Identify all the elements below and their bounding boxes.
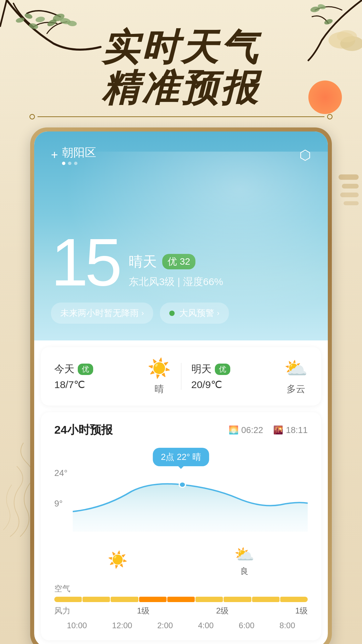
today-temp: 18/7℃	[54, 379, 147, 390]
svg-point-4	[35, 16, 45, 23]
tomorrow-forecast: 明天 优 20/9℃	[191, 362, 285, 390]
low-temp-label: 9°	[54, 498, 67, 509]
card-frame: + 朝阳区 ⬡	[30, 127, 332, 644]
sunrise-item: 🌅 06:22	[229, 425, 263, 435]
time-2: 12:00	[112, 621, 132, 630]
svg-point-5	[24, 12, 33, 19]
divider-circle-left	[29, 114, 35, 119]
hourly-icon-sunny: ☀️	[108, 550, 128, 571]
sunset-time: 18:11	[286, 425, 308, 435]
chart-tooltip: 2点 22° 晴	[153, 448, 209, 466]
aqi-badge: 优 32	[162, 254, 195, 269]
wind-alert-text: 大风预警	[179, 307, 214, 319]
tomorrow-desc: 多云	[287, 383, 305, 395]
sky-section: + 朝阳区 ⬡	[34, 131, 328, 340]
temperature-chart	[73, 465, 308, 532]
chart-area: 2点 22° 晴 24° 9°	[54, 448, 308, 535]
location-area: + 朝阳区	[51, 145, 96, 165]
cloudy-icon: ⛅	[234, 545, 254, 564]
svg-rect-17	[344, 201, 359, 205]
temperature-display: 15 晴天 优 32 东北风3级 | 湿度66%	[51, 232, 311, 292]
aqi-label: 空气	[54, 583, 70, 594]
time-3: 2:00	[157, 621, 173, 630]
background: 实时天气 精准预报	[0, 0, 362, 644]
dot-3	[74, 162, 77, 165]
tomorrow-label: 明天 优	[191, 362, 285, 376]
today-forecast: 今天 优 18/7℃	[54, 362, 147, 390]
wind-val-2: 2级	[216, 605, 229, 616]
sunny-icon: ☀️	[108, 550, 128, 569]
section-header: 24小时预报 🌅 06:22 🌇 18:11	[54, 422, 308, 438]
dot-1	[62, 162, 65, 165]
divider	[27, 114, 335, 119]
share-icon[interactable]: ⬡	[299, 147, 311, 163]
aqi-bar	[54, 597, 308, 602]
aqi-seg-5	[167, 597, 195, 602]
temp-labels: 24° 9°	[54, 468, 67, 509]
svg-rect-16	[340, 193, 359, 197]
wind-val-3: 1级	[295, 605, 308, 616]
page-dots	[62, 162, 96, 165]
add-location-icon[interactable]: +	[51, 148, 58, 162]
wind-alert-btn[interactable]: 大风预警 ›	[160, 303, 229, 324]
rain-alert-text: 未来两小时暂无降雨	[60, 307, 139, 319]
weather-detail: 东北风3级 | 湿度66%	[129, 275, 223, 289]
alert-buttons: 未来两小时暂无降雨 › 大风预警 ›	[51, 303, 311, 324]
time-1: 10:00	[67, 621, 87, 630]
wind-val-1: 1级	[137, 605, 149, 616]
aqi-seg-9	[280, 597, 308, 602]
wind-label: 风力	[54, 605, 70, 616]
wind-row: 风力 1级 2级 1级	[54, 605, 308, 616]
weather-condition: 晴天 优 32	[129, 252, 223, 271]
aqi-seg-7	[224, 597, 251, 602]
condition-text: 晴天	[129, 252, 157, 271]
svg-rect-15	[342, 184, 359, 189]
title-line1: 实时天气	[0, 27, 362, 67]
divider-circle-right	[327, 114, 333, 119]
cloudy-desc: 良	[240, 566, 248, 577]
sunrise-icon: 🌅	[229, 425, 239, 435]
today-label: 今天 优	[54, 362, 147, 376]
location-name: 朝阳区	[62, 145, 96, 160]
weather-info: 晴天 优 32 东北风3级 | 湿度66%	[129, 252, 223, 289]
sunset-item: 🌇 18:11	[273, 425, 308, 435]
hourly-section: 24小时预报 🌅 06:22 🌇 18:11	[41, 412, 321, 640]
tomorrow-icon: ⛅	[284, 357, 308, 379]
rain-alert-btn[interactable]: 未来两小时暂无降雨 ›	[51, 303, 153, 324]
dot-2	[68, 162, 71, 165]
time-6: 8:00	[280, 621, 295, 630]
aqi-seg-8	[252, 597, 280, 602]
divider-line	[38, 116, 324, 117]
wind-indicator-icon	[169, 311, 175, 316]
arrow-icon-2: ›	[217, 309, 219, 318]
hourly-icons-row: ☀️ ⛅ 良	[54, 542, 308, 580]
arrow-icon: ›	[141, 309, 144, 318]
time-axis: 10:00 12:00 2:00 4:00 6:00 8:00	[54, 621, 308, 630]
hourly-title: 24小时预报	[54, 422, 113, 438]
aqi-seg-2	[82, 597, 110, 602]
aqi-seg-4	[139, 597, 167, 602]
aqi-seg-6	[195, 597, 223, 602]
weather-card: + 朝阳区 ⬡	[34, 131, 328, 644]
sunset-icon: 🌇	[273, 425, 283, 435]
aqi-seg-1	[54, 597, 82, 602]
today-aqi: 优	[78, 364, 93, 375]
tomorrow-aqi: 优	[215, 364, 230, 375]
svg-point-18	[179, 482, 186, 487]
card-header: + 朝阳区 ⬡	[51, 145, 311, 165]
svg-rect-14	[339, 174, 359, 180]
aqi-label-row: 空气	[54, 583, 308, 594]
tomorrow-temp: 20/9℃	[191, 379, 285, 390]
today-desc: 晴	[155, 383, 164, 395]
title-section: 实时天气 精准预报	[0, 27, 362, 108]
high-temp-label: 24°	[54, 468, 67, 478]
sun-times: 🌅 06:22 🌇 18:11	[229, 425, 308, 435]
deco-lines-right	[335, 174, 359, 215]
hourly-icon-cloudy: ⛅ 良	[234, 545, 254, 577]
forecast-divider	[181, 363, 181, 390]
today-icon: ☀️	[147, 357, 171, 379]
sunrise-time: 06:22	[241, 425, 263, 435]
aqi-bar-section: 空气	[54, 583, 308, 602]
daily-forecast: 今天 优 18/7℃ ☀️ 晴 明天 优	[41, 347, 321, 406]
title-line2: 精准预报	[0, 67, 362, 108]
